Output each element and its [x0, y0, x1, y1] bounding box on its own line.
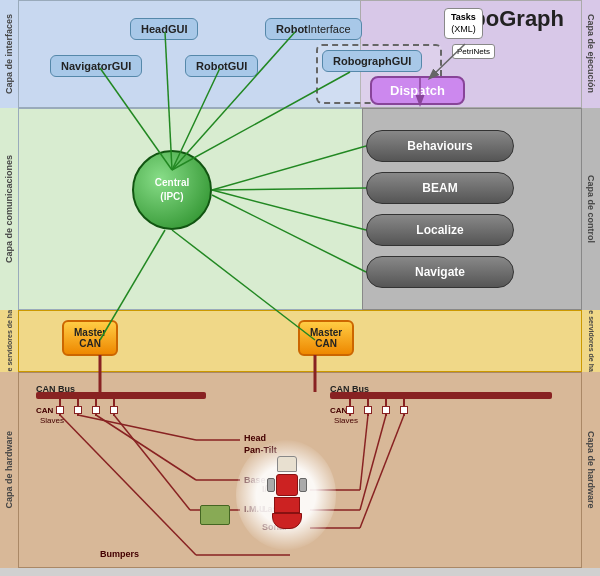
label-comms-left: Capa de comunicaciones: [0, 108, 18, 310]
dispatch-box: Dispatch: [370, 76, 465, 105]
robot-figure: [248, 450, 326, 550]
diagram-container: Capa de interfaces Capa de comunicacione…: [0, 0, 600, 576]
connector-right-2: [364, 406, 372, 414]
tasks-box: Tasks (XML): [444, 8, 483, 39]
imu-chip: [200, 505, 230, 525]
localize-box: Localize: [366, 214, 514, 246]
label-interfaces-left: Capa de interfaces: [0, 0, 18, 108]
connector-left-3: [92, 406, 100, 414]
label-hw-servers-left: Capa de servidores de hardware: [0, 310, 18, 372]
slaves-label-right: Slaves: [334, 416, 358, 425]
connector-right-4: [400, 406, 408, 414]
can-bus-left-label: CAN Bus: [36, 384, 75, 394]
connector-right-3: [382, 406, 390, 414]
central-ipc: Central (IPC): [132, 150, 212, 230]
can-label-left: CAN: [36, 406, 53, 415]
connector-left-1: [56, 406, 64, 414]
navigator-gui-box: NavigatorGUI: [50, 55, 142, 77]
head-gui-box: HeadGUI: [130, 18, 198, 40]
navigate-box: Navigate: [366, 256, 514, 288]
can-bus-right-label: CAN Bus: [330, 384, 369, 394]
beam-box: BEAM: [366, 172, 514, 204]
master-can-left: Master CAN: [62, 320, 118, 356]
label-hw-left: Capa de hardware: [0, 372, 18, 568]
master-can-right: Master CAN: [298, 320, 354, 356]
robot-interface-box: RobotInterface: [265, 18, 362, 40]
label-hw-right: Capa de hardware: [582, 372, 600, 568]
bumpers-label: Bumpers: [100, 549, 139, 559]
connector-left-2: [74, 406, 82, 414]
robograph-gui-box: RobographGUI: [322, 50, 422, 72]
connector-left-4: [110, 406, 118, 414]
label-hw-servers-right: Capa de servidores de hardware: [582, 310, 600, 372]
connector-right-1: [346, 406, 354, 414]
label-control-right: Capa de control: [582, 108, 600, 310]
label-execution-right: Capa de ejecución: [582, 0, 600, 108]
petrinets-box: PetriNets: [452, 44, 495, 59]
robot-gui-box: RobotGUI: [185, 55, 258, 77]
can-label-right: CAN: [330, 406, 347, 415]
behaviours-box: Behaviours: [366, 130, 514, 162]
slaves-label-left: Slaves: [40, 416, 64, 425]
